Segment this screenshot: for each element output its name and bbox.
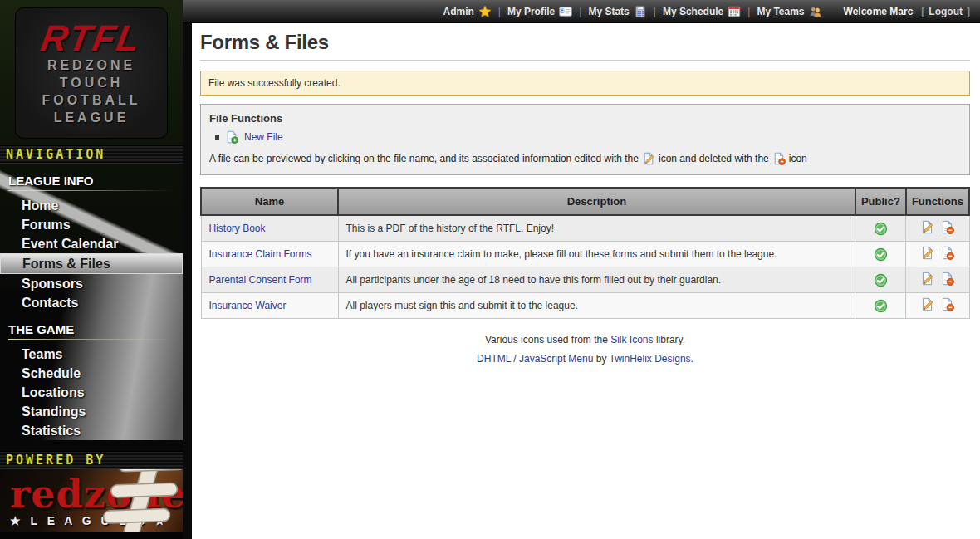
logout-bracket: [ [921, 6, 924, 17]
admin-label: Admin [443, 6, 473, 17]
edit-file-icon[interactable] [920, 272, 934, 286]
help-text: icon [789, 153, 807, 164]
topbar-admin[interactable]: Admin [443, 5, 491, 18]
my-profile-label: My Profile [507, 6, 555, 17]
logo-line: FOOTBALL [42, 91, 140, 109]
icons-credit-line: Various icons used from the Silk Icons l… [200, 334, 970, 345]
sidebar-item-standings[interactable]: Standings [8, 402, 183, 421]
delete-file-icon[interactable] [940, 220, 954, 234]
sidebar-item-event-calendar[interactable]: Event Calendar [8, 234, 183, 253]
help-text: A file can be previewed by clicking on t… [209, 153, 639, 164]
column-header-public: Public? [855, 188, 906, 215]
sidebar-item-locations[interactable]: Locations [8, 383, 183, 402]
topbar-separator: | [579, 6, 581, 17]
file-description: If you have an insurance claim to make, … [338, 242, 855, 267]
topbar-my-profile[interactable]: My Profile [507, 5, 572, 18]
sidebar-item-contacts[interactable]: Contacts [8, 293, 183, 312]
sidebar-item-schedule[interactable]: Schedule [8, 364, 183, 383]
file-functions-panel: File Functions New File A file can be pr… [200, 104, 970, 175]
my-teams-label: My Teams [757, 6, 804, 17]
football-laces-graphic [65, 469, 183, 532]
page-edit-icon [642, 152, 655, 165]
calendar-icon [728, 5, 741, 18]
nav-section-league-info: LEAGUE INFO Home Forums Event Calendar F… [0, 164, 183, 312]
public-check-icon [874, 247, 888, 262]
table-header-row: Name Description Public? Functions [201, 188, 969, 215]
delete-file-icon[interactable] [940, 297, 954, 311]
content-gutter [183, 23, 192, 539]
sidebar-item-forums[interactable]: Forums [8, 215, 183, 234]
file-name-link[interactable]: History Book [209, 223, 266, 234]
public-check-icon [874, 222, 888, 236]
navigation-banner: NAVIGATION [0, 145, 183, 164]
file-description: This is a PDF of the history of the RTFL… [338, 215, 855, 242]
credit-text: library. [656, 334, 685, 345]
logo-line: REDZONE [47, 56, 135, 74]
column-header-functions: Functions [906, 188, 969, 215]
new-file-link[interactable]: New File [244, 131, 283, 143]
menu-credit-line: DHTML / JavaScript Menu by TwinHelix Des… [200, 353, 970, 365]
file-description: All participants under the age of 18 nee… [338, 267, 855, 293]
file-name-link[interactable]: Insurance Claim Forms [209, 248, 312, 260]
logout-link[interactable]: Logout [929, 6, 963, 17]
vcard-icon [559, 5, 572, 18]
league-logo: RTFL REDZONE TOUCH FOOTBALL LEAGUE [16, 8, 167, 138]
table-row: Insurance Claim Forms If you have an ins… [201, 242, 969, 267]
files-table: Name Description Public? Functions Histo… [200, 187, 970, 319]
file-name-link[interactable]: Insurance Waiver [209, 300, 287, 311]
topbar-separator: | [654, 6, 656, 17]
delete-file-icon[interactable] [940, 272, 954, 286]
help-text: icon and deleted with the [659, 153, 769, 164]
dhtml-menu-link[interactable]: DHTML / JavaScript Menu [477, 353, 593, 365]
twinhelix-link[interactable]: TwinHelix Designs [610, 353, 691, 365]
page-title: Forms & Files [200, 31, 970, 54]
credit-text: by [596, 353, 607, 365]
logo-line: TOUCH [60, 74, 124, 91]
sidebar-item-teams[interactable]: Teams [8, 345, 183, 364]
nav-rule [8, 190, 173, 191]
star-icon [478, 5, 492, 18]
nav-section-title: THE GAME [8, 322, 183, 339]
logo-acronym: RTFL [38, 20, 144, 56]
file-functions-help: A file can be previewed by clicking on t… [209, 152, 961, 165]
flash-message: File was successfully created. [200, 71, 970, 96]
table-row: History Book This is a PDF of the histor… [201, 215, 969, 242]
column-header-name: Name [201, 188, 338, 215]
table-row: Parental Consent Form All participants u… [201, 267, 969, 293]
list-bullet [215, 135, 219, 140]
sidebar-item-forms-files[interactable]: Forms & Files [0, 253, 183, 274]
topbar-my-schedule[interactable]: My Schedule [663, 5, 741, 18]
group-icon [809, 5, 822, 18]
table-row: Insurance Waiver All players must sign t… [201, 293, 969, 319]
title-divider [200, 60, 970, 61]
delete-file-icon[interactable] [940, 246, 954, 260]
file-description: All players must sign this and submit it… [338, 293, 855, 319]
sidebar-item-home[interactable]: Home [8, 196, 183, 215]
sidebar-item-statistics[interactable]: Statistics [8, 421, 183, 440]
nav-rule [8, 339, 173, 340]
topbar: Admin | My Profile | My Stats | My Sched… [183, 0, 980, 23]
topbar-my-stats[interactable]: My Stats [588, 5, 646, 18]
page-add-icon [225, 130, 238, 144]
nav-section-title: LEAGUE INFO [8, 174, 183, 190]
redzone-leagues-logo: redzone ★ L E A G U E S ★ [0, 469, 183, 532]
calculator-icon [634, 5, 647, 18]
welcome-text: Welcome Marc [844, 6, 914, 17]
edit-file-icon[interactable] [920, 220, 934, 234]
credit-text: . [691, 353, 693, 365]
powered-by-banner: POWERED BY [0, 451, 183, 469]
topbar-my-teams[interactable]: My Teams [757, 5, 821, 18]
my-schedule-label: My Schedule [663, 6, 723, 17]
edit-file-icon[interactable] [920, 297, 934, 311]
my-stats-label: My Stats [588, 6, 629, 17]
edit-file-icon[interactable] [920, 246, 934, 260]
credit-text: Various icons used from the [485, 334, 608, 345]
logout-group: [ Logout ] [921, 6, 970, 17]
silk-icons-link[interactable]: Silk Icons [610, 334, 653, 345]
sidebar-item-sponsors[interactable]: Sponsors [8, 274, 183, 293]
topbar-separator: | [498, 6, 501, 17]
public-check-icon [874, 299, 888, 313]
page-delete-icon [772, 152, 786, 165]
page: RTFL REDZONE TOUCH FOOTBALL LEAGUE NAVIG… [0, 0, 980, 539]
file-name-link[interactable]: Parental Consent Form [209, 274, 312, 286]
